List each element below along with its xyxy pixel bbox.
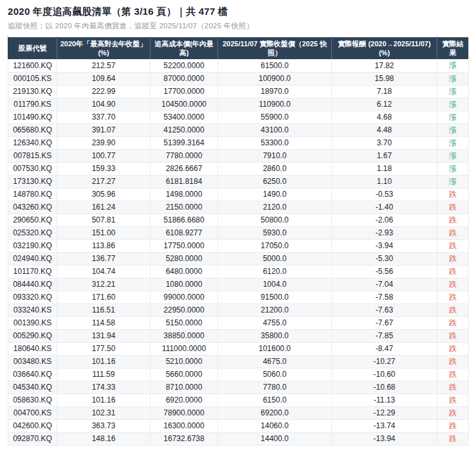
cell-actual-close: 50800.0: [218, 213, 332, 226]
cell-max-vs-prev-close-pct: 212.57: [57, 59, 151, 72]
cell-result: 跌: [437, 188, 469, 201]
cell-max-vs-prev-close-pct: 148.16: [57, 432, 151, 445]
cell-result: 漲: [437, 85, 469, 98]
cell-stock-code: 004700.KS: [8, 406, 57, 419]
cell-result: 漲: [437, 123, 469, 136]
table-row: 004700.KS102.3178900.000069200.0-12.29跌: [8, 406, 469, 419]
cell-chase-cost: 53400.0000: [151, 111, 218, 123]
cell-max-vs-prev-close-pct: 217.27: [57, 175, 151, 188]
cell-chase-cost: 5210.0000: [151, 355, 218, 368]
table-row: 025320.KQ151.006108.92775930.0-2.93跌: [8, 226, 469, 239]
cell-stock-code: 121600.KQ: [8, 59, 57, 72]
cell-actual-close: 14400.0: [218, 432, 332, 445]
cell-result: 跌: [437, 278, 469, 291]
cell-actual-return-pct: -10.27: [332, 355, 437, 368]
table-row: 032190.KQ113.8617750.000017050.0-3.94跌: [8, 239, 469, 252]
cell-chase-cost: 1080.0000: [151, 278, 218, 291]
cell-stock-code: 101170.KQ: [8, 265, 57, 278]
cell-actual-close: 55900.0: [218, 111, 332, 123]
cell-result: 跌: [437, 419, 469, 432]
cell-stock-code: 001390.KS: [8, 316, 57, 329]
cell-stock-code: 003480.KS: [8, 355, 57, 368]
cell-max-vs-prev-close-pct: 177.50: [57, 342, 151, 355]
cell-actual-close: 5000.0: [218, 252, 332, 265]
cell-stock-code: 180640.KS: [8, 342, 57, 355]
cell-max-vs-prev-close-pct: 109.64: [57, 72, 151, 85]
cell-stock-code: 024940.KQ: [8, 252, 57, 265]
cell-chase-cost: 52200.0000: [151, 59, 218, 72]
cell-result: 跌: [437, 213, 469, 226]
table-row: 148780.KQ305.961498.00001490.0-0.53跌: [8, 188, 469, 201]
cell-stock-code: 045340.KQ: [8, 381, 57, 394]
cell-result: 跌: [437, 329, 469, 342]
cell-chase-cost: 6480.0000: [151, 265, 218, 278]
cell-actual-close: 43100.0: [218, 123, 332, 136]
cell-result: 漲: [437, 59, 469, 72]
cell-actual-close: 14060.0: [218, 419, 332, 432]
cell-actual-return-pct: -7.04: [332, 278, 437, 291]
cell-max-vs-prev-close-pct: 174.33: [57, 381, 151, 394]
table-row: 101170.KQ104.746480.00006120.0-5.56跌: [8, 265, 469, 278]
cell-actual-close: 6120.0: [218, 265, 332, 278]
cell-result: 跌: [437, 342, 469, 355]
cell-chase-cost: 17750.0000: [151, 239, 218, 252]
table-row: 043260.KQ161.242150.00002120.0-1.40跌: [8, 201, 469, 213]
cell-actual-close: 100900.0: [218, 72, 332, 85]
table-row: 011790.KS104.90104500.0000110900.06.12漲: [8, 98, 469, 111]
cell-max-vs-prev-close-pct: 104.90: [57, 98, 151, 111]
cell-actual-close: 35800.0: [218, 329, 332, 342]
cell-stock-code: 058630.KQ: [8, 394, 57, 406]
cell-max-vs-prev-close-pct: 337.70: [57, 111, 151, 123]
cell-actual-close: 53300.0: [218, 136, 332, 149]
col-header-stock-code: 股票代號: [8, 37, 57, 60]
cell-actual-close: 1004.0: [218, 278, 332, 291]
cell-chase-cost: 78900.0000: [151, 406, 218, 419]
stocks-table: 股票代號 2020年「最高對去年收盤」(%) 追高成本價(年內最高) 2025/…: [8, 37, 469, 446]
cell-actual-close: 2860.0: [218, 162, 332, 175]
cell-stock-code: 007530.KQ: [8, 162, 57, 175]
cell-max-vs-prev-close-pct: 239.90: [57, 136, 151, 149]
cell-max-vs-prev-close-pct: 101.16: [57, 394, 151, 406]
cell-result: 跌: [437, 406, 469, 419]
cell-max-vs-prev-close-pct: 104.74: [57, 265, 151, 278]
cell-max-vs-prev-close-pct: 391.07: [57, 123, 151, 136]
table-row: 007815.KS100.777780.00007910.01.67漲: [8, 149, 469, 162]
table-row: 058630.KQ101.166920.00006150.0-11.13跌: [8, 394, 469, 406]
cell-max-vs-prev-close-pct: 151.00: [57, 226, 151, 239]
cell-result: 漲: [437, 175, 469, 188]
cell-stock-code: 005290.KQ: [8, 329, 57, 342]
cell-max-vs-prev-close-pct: 101.16: [57, 355, 151, 368]
cell-actual-return-pct: -3.94: [332, 239, 437, 252]
cell-chase-cost: 5660.0000: [151, 368, 218, 381]
cell-chase-cost: 5150.0000: [151, 316, 218, 329]
cell-result: 跌: [437, 394, 469, 406]
cell-chase-cost: 2826.6667: [151, 162, 218, 175]
cell-stock-code: 148780.KQ: [8, 188, 57, 201]
cell-actual-return-pct: -13.74: [332, 419, 437, 432]
cell-stock-code: 101490.KQ: [8, 111, 57, 123]
table-row: 001390.KS114.585150.00004755.0-7.67跌: [8, 316, 469, 329]
cell-max-vs-prev-close-pct: 113.86: [57, 239, 151, 252]
cell-chase-cost: 87000.0000: [151, 72, 218, 85]
cell-chase-cost: 51866.6680: [151, 213, 218, 226]
cell-max-vs-prev-close-pct: 171.60: [57, 291, 151, 304]
cell-actual-return-pct: -0.53: [332, 188, 437, 201]
cell-actual-return-pct: -1.40: [332, 201, 437, 213]
page-title: 2020 年度追高飆股清單（第 3/16 頁）｜共 477 檔: [8, 6, 468, 18]
cell-max-vs-prev-close-pct: 116.51: [57, 304, 151, 316]
cell-actual-close: 18970.0: [218, 85, 332, 98]
cell-actual-return-pct: -10.60: [332, 368, 437, 381]
table-row: 033240.KS116.5122950.000021200.0-7.63跌: [8, 304, 469, 316]
col-header-result: 實際結果: [437, 37, 469, 60]
cell-actual-return-pct: -2.06: [332, 213, 437, 226]
cell-max-vs-prev-close-pct: 312.21: [57, 278, 151, 291]
cell-actual-return-pct: 1.10: [332, 175, 437, 188]
cell-chase-cost: 16300.0000: [151, 419, 218, 432]
cell-max-vs-prev-close-pct: 111.59: [57, 368, 151, 381]
cell-stock-code: 007815.KS: [8, 149, 57, 162]
cell-chase-cost: 8710.0000: [151, 381, 218, 394]
cell-max-vs-prev-close-pct: 161.24: [57, 201, 151, 213]
cell-max-vs-prev-close-pct: 507.81: [57, 213, 151, 226]
table-header: 股票代號 2020年「最高對去年收盤」(%) 追高成本價(年內最高) 2025/…: [8, 37, 469, 60]
cell-stock-code: 173130.KQ: [8, 175, 57, 188]
